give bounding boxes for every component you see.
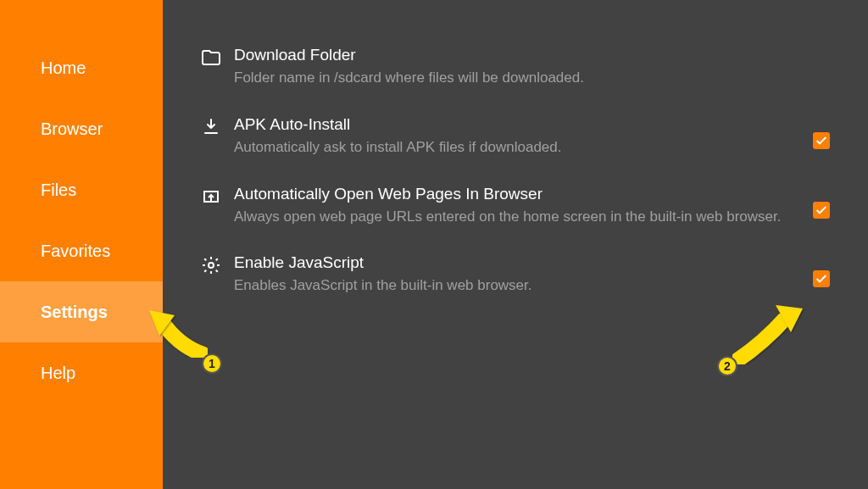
check-icon [813, 202, 830, 219]
sidebar-item-label: Home [41, 58, 86, 78]
sidebar-item-settings[interactable]: Settings [0, 281, 163, 342]
checkbox-apk-auto-install[interactable] [809, 115, 834, 149]
setting-text: Automatically Open Web Pages In Browser … [234, 185, 809, 227]
sidebar-item-help[interactable]: Help [0, 342, 163, 403]
setting-text: APK Auto-Install Automatically ask to in… [234, 115, 809, 158]
setting-title: Automatically Open Web Pages In Browser [234, 185, 795, 203]
setting-download-folder[interactable]: Download Folder Folder name in /sdcard w… [188, 32, 834, 102]
setting-desc: Enables JavaScript in the built-in web b… [234, 275, 795, 296]
sidebar-item-label: Favorites [41, 242, 110, 261]
sidebar-item-label: Help [41, 364, 75, 383]
checkbox-auto-open-browser[interactable] [809, 185, 834, 219]
sidebar-item-label: Browser [41, 119, 103, 139]
settings-panel: Download Folder Folder name in /sdcard w… [163, 0, 868, 489]
setting-text: Enable JavaScript Enables JavaScript in … [234, 253, 809, 296]
gear-icon [188, 253, 234, 275]
setting-title: Download Folder [234, 46, 821, 64]
sidebar-item-label: Files [41, 181, 76, 200]
open-in-browser-icon [188, 185, 234, 207]
setting-desc: Automatically ask to install APK files i… [234, 137, 795, 158]
setting-title: APK Auto-Install [234, 115, 795, 134]
download-icon [188, 115, 234, 137]
sidebar-item-favorites[interactable]: Favorites [0, 220, 163, 281]
checkbox-enable-javascript[interactable] [809, 253, 834, 287]
setting-enable-javascript[interactable]: Enable JavaScript Enables JavaScript in … [188, 240, 834, 309]
setting-title: Enable JavaScript [234, 253, 795, 272]
setting-text: Download Folder Folder name in /sdcard w… [234, 46, 834, 88]
sidebar-item-browser[interactable]: Browser [0, 98, 163, 159]
sidebar-item-label: Settings [41, 303, 108, 322]
setting-desc: Always open web page URLs entered on the… [234, 207, 795, 227]
sidebar-item-home[interactable]: Home [0, 37, 163, 98]
setting-auto-open-browser[interactable]: Automatically Open Web Pages In Browser … [188, 171, 834, 241]
svg-point-0 [209, 263, 214, 268]
check-icon [813, 132, 830, 149]
sidebar: Home Browser Files Favorites Settings He… [0, 0, 163, 489]
setting-desc: Folder name in /sdcard where files will … [234, 68, 821, 88]
check-icon [813, 270, 830, 287]
folder-icon [188, 46, 234, 68]
sidebar-item-files[interactable]: Files [0, 159, 163, 220]
setting-apk-auto-install[interactable]: APK Auto-Install Automatically ask to in… [188, 102, 834, 171]
